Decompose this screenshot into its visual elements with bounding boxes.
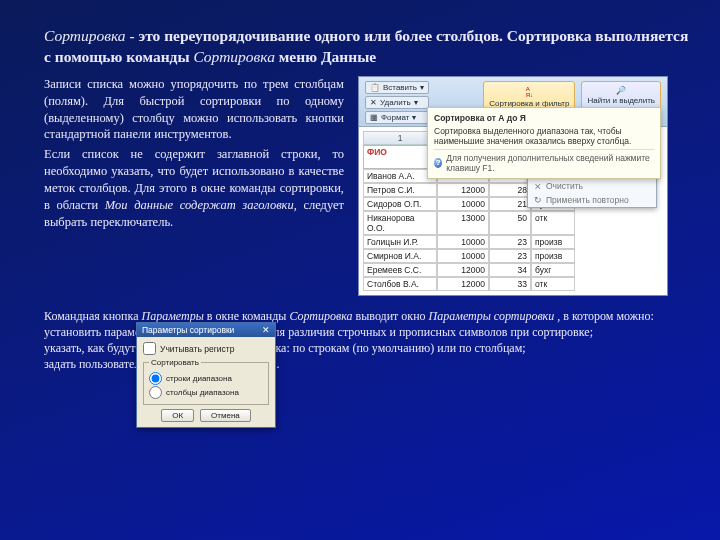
- cell[interactable]: отк: [531, 277, 575, 291]
- reapply-icon: ↻: [534, 195, 542, 205]
- paragraph-2: Если список не содержит заглавной строки…: [44, 146, 344, 230]
- cell[interactable]: Петров С.И.: [363, 183, 437, 197]
- ok-button[interactable]: ОК: [161, 409, 194, 422]
- title-term: Сортировка: [44, 27, 126, 44]
- close-icon[interactable]: ✕: [262, 325, 270, 335]
- cell[interactable]: 23: [489, 249, 531, 263]
- paste-icon: 📋: [370, 83, 380, 92]
- cell[interactable]: 23: [489, 235, 531, 249]
- table-row: Смирнов И.А.1000023произв: [363, 249, 663, 263]
- help-icon: ?: [434, 158, 442, 168]
- paragraph-1: Записи списка можно упорядочить по трем …: [44, 76, 344, 144]
- cell[interactable]: 10000: [437, 197, 489, 211]
- table-row: Еремеев С.С.1200034бухг: [363, 263, 663, 277]
- cell[interactable]: Сидоров О.П.: [363, 197, 437, 211]
- cell[interactable]: 12000: [437, 277, 489, 291]
- cell[interactable]: 33: [489, 277, 531, 291]
- sort-params-dialog: Параметры сортировки ✕ Учитывать регистр…: [136, 322, 276, 428]
- cell[interactable]: Смирнов И.А.: [363, 249, 437, 263]
- sort-az-icon: АЯ↓: [526, 86, 533, 98]
- cell[interactable]: 21: [489, 197, 531, 211]
- table-row: Никанорова О.О.1300050отк: [363, 211, 663, 235]
- col-num-1[interactable]: 1: [363, 131, 437, 145]
- cell[interactable]: Столбов В.А.: [363, 277, 437, 291]
- table-row: Столбов В.А.1200033отк: [363, 277, 663, 291]
- tooltip-title: Сортировка от А до Я: [434, 113, 654, 123]
- cell[interactable]: 13000: [437, 211, 489, 235]
- dialog-title: Параметры сортировки: [142, 325, 234, 335]
- excel-screenshot: 📋Вставить ▾ ✕Удалить ▾ ▦Формат ▾ АЯ↓ Сор…: [358, 76, 668, 296]
- rows-radio[interactable]: [149, 372, 162, 385]
- delete-icon: ✕: [370, 98, 377, 107]
- cell[interactable]: 50: [489, 211, 531, 235]
- format-button[interactable]: ▦Формат ▾: [365, 111, 429, 124]
- cell[interactable]: отк: [531, 211, 575, 235]
- cell[interactable]: произв: [531, 235, 575, 249]
- delete-button[interactable]: ✕Удалить ▾: [365, 96, 429, 109]
- tooltip-body: Сортировка выделенного диапазона так, чт…: [434, 126, 654, 146]
- cell[interactable]: 12000: [437, 263, 489, 277]
- cell[interactable]: Никанорова О.О.: [363, 211, 437, 235]
- cols-radio[interactable]: [149, 386, 162, 399]
- cell[interactable]: Иванов А.А.: [363, 169, 437, 183]
- cell[interactable]: 10000: [437, 235, 489, 249]
- cell[interactable]: Голицын И.Р.: [363, 235, 437, 249]
- cell[interactable]: Еремеев С.С.: [363, 263, 437, 277]
- binoculars-icon: 🔎: [616, 86, 626, 95]
- menu-clear[interactable]: ⨯Очистить: [528, 179, 656, 193]
- cell[interactable]: 10000: [437, 249, 489, 263]
- cancel-button[interactable]: Отмена: [200, 409, 251, 422]
- body-text: Записи списка можно упорядочить по трем …: [44, 76, 344, 296]
- cell[interactable]: 34: [489, 263, 531, 277]
- menu-reapply[interactable]: ↻Применить повторно: [528, 193, 656, 207]
- tooltip: Сортировка от А до Я Сортировка выделенн…: [427, 107, 661, 179]
- cell[interactable]: 28: [489, 183, 531, 197]
- clear-icon: ⨯: [534, 181, 542, 191]
- table-row: Голицын И.Р.1000023произв: [363, 235, 663, 249]
- slide-title: Сортировка - это переупорядочивание одно…: [44, 26, 690, 68]
- case-checkbox[interactable]: [143, 342, 156, 355]
- format-icon: ▦: [370, 113, 378, 122]
- cell[interactable]: 12000: [437, 183, 489, 197]
- paste-button[interactable]: 📋Вставить ▾: [365, 81, 429, 94]
- cell[interactable]: произв: [531, 249, 575, 263]
- cell[interactable]: бухг: [531, 263, 575, 277]
